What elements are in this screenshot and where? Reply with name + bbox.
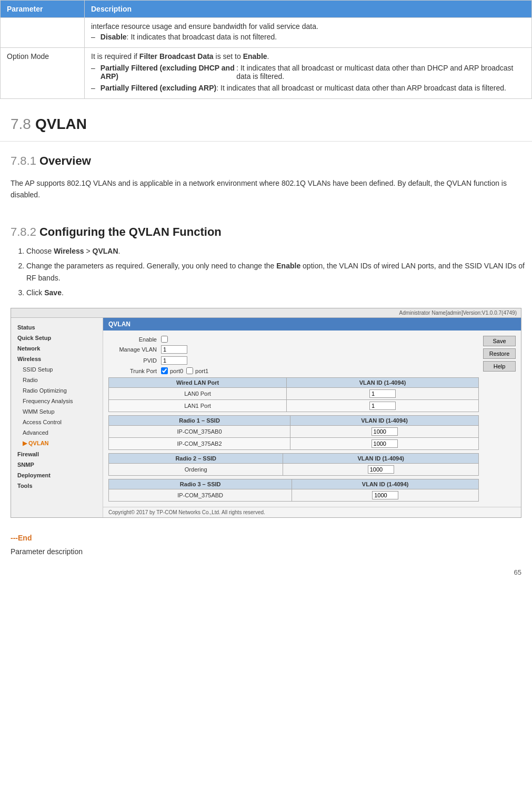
step-3: Click Save.	[26, 287, 532, 298]
table-cell-desc: interface resource usage and ensure band…	[85, 18, 532, 48]
section-781-title: Overview	[39, 154, 91, 167]
section-781-num: 7.8.1	[11, 154, 36, 167]
section-78-heading: 7.8QVLAN	[0, 116, 532, 133]
step-1: Choose Wireless > QVLAN.	[26, 245, 532, 257]
radio3-vlanid-header: VLAN ID (1-4094)	[292, 479, 479, 489]
table-header-parameter: Parameter	[1, 1, 85, 18]
lan0-port-value	[287, 388, 479, 400]
radio1-ssid2-input[interactable]	[372, 439, 398, 448]
table-cell-option-desc: It is required if Filter Broadcast Data …	[85, 48, 532, 99]
table-row: IP-COM_375ABD	[109, 489, 479, 502]
radio2-ssid-header: Radio 2 – SSID	[109, 454, 283, 464]
sidebar-item-freqanalysis[interactable]: Frequency Analysis	[11, 396, 103, 406]
table-row: interface resource usage and ensure band…	[1, 18, 532, 48]
enable-checkbox[interactable]	[161, 336, 168, 343]
lan0-input[interactable]	[369, 389, 396, 398]
radio1-ssid1: IP-COM_375AB0	[109, 426, 290, 438]
radio3-vlan1	[292, 489, 479, 502]
radio3-table: Radio 3 – SSID VLAN ID (1-4094) IP-COM_3…	[108, 479, 479, 502]
sidebar-item-network[interactable]: Network	[11, 343, 103, 354]
partial-filter-dhcp: Partially Filtered (excluding DHCP and A…	[91, 64, 525, 81]
sidebar-item-advanced[interactable]: Advanced	[11, 427, 103, 438]
sidebar-item-radio[interactable]: Radio	[11, 375, 103, 385]
ui-body: Status Quick Setup Network Wireless SSID…	[11, 318, 521, 517]
radio1-table: Radio 1 – SSID VLAN ID (1-4094) IP-COM_3…	[108, 415, 479, 450]
ui-header-bar: Administrator Name[admin]Version:V1.0.0.…	[11, 308, 521, 318]
table-row: LAN1 Port	[109, 400, 479, 412]
section-781-body: The AP supports 802.1Q VLANs and is appl…	[0, 174, 532, 204]
enable-label: Enable	[108, 336, 161, 343]
trunk-port0-label: port0	[170, 368, 183, 374]
table-row: LAN0 Port	[109, 388, 479, 400]
ui-screenshot: Administrator Name[admin]Version:V1.0.0.…	[11, 308, 521, 518]
ui-form-left: Enable Manage VLAN PVID Tr	[108, 336, 479, 502]
pvid-input[interactable]	[161, 356, 187, 365]
bold-term-arp: Partially Filtered (excluding ARP)	[101, 84, 216, 92]
sidebar-item-accesscontrol[interactable]: Access Control	[11, 417, 103, 427]
sidebar-item-quicksetup[interactable]: Quick Setup	[11, 333, 103, 343]
radio3-ssid1: IP-COM_375ABD	[109, 489, 292, 502]
radio1-vlan2	[290, 438, 479, 450]
sidebar-item-status[interactable]: Status	[11, 322, 103, 333]
bold-term: Disable	[101, 33, 127, 41]
parameter-table: Parameter Description interface resource…	[0, 0, 532, 99]
table-row: IP-COM_375AB2	[109, 438, 479, 450]
radio3-ssid1-input[interactable]	[372, 491, 398, 499]
ui-buttons-panel: Save Restore Help	[479, 336, 516, 502]
radio1-ssid2: IP-COM_375AB2	[109, 438, 290, 450]
radio2-ssid1: Ordering	[109, 464, 283, 476]
enable-row: Enable	[108, 336, 479, 343]
trunk-port1-label: port1	[195, 368, 208, 374]
sidebar-item-qvlan[interactable]: ▶ QVLAN	[11, 438, 103, 449]
table-row: Option Mode It is required if Filter Bro…	[1, 48, 532, 99]
steps-list: Choose Wireless > QVLAN. Change the para…	[0, 245, 532, 299]
restore-button[interactable]: Restore	[483, 348, 516, 359]
table-cell-option-mode: Option Mode	[1, 48, 85, 99]
radio2-vlan1	[283, 464, 479, 476]
sidebar-item-wireless[interactable]: Wireless	[11, 354, 103, 364]
table-header-description: Description	[85, 1, 532, 18]
table-row: IP-COM_375AB0	[109, 426, 479, 438]
save-button[interactable]: Save	[483, 336, 516, 346]
radio2-ssid1-input[interactable]	[368, 465, 394, 474]
step-2: Change the parameters as required. Gener…	[26, 260, 532, 284]
ui-header-text: Administrator Name[admin]Version:V1.0.0.…	[399, 310, 517, 316]
desc-dash-item: Disable: It indicates that broadcast dat…	[91, 33, 525, 41]
radio1-ssid-header: Radio 1 – SSID	[109, 416, 290, 426]
trunk-port0-checkbox[interactable]	[161, 367, 168, 374]
sidebar-item-tools[interactable]: Tools	[11, 480, 103, 491]
end-link[interactable]: ---End	[0, 527, 532, 545]
lan1-port-label: LAN1 Port	[109, 400, 287, 412]
lan1-input[interactable]	[369, 402, 396, 410]
page-number: 65	[0, 564, 532, 580]
trunk-port-row: Trunk Port port0 port1	[108, 367, 479, 374]
sidebar-item-wmmsetup[interactable]: WMM Setup	[11, 406, 103, 417]
ui-footer: Copyright© 2017 by TP-COM Networks Co.,L…	[103, 507, 521, 517]
option-intro: It is required if Filter Broadcast Data …	[91, 52, 525, 61]
ui-main: QVLAN Enable Manage VLAN PVID	[103, 318, 521, 517]
radio1-ssid1-input[interactable]	[372, 427, 398, 436]
radio1-vlan1	[290, 426, 479, 438]
sidebar-item-deployment[interactable]: Deployment	[11, 470, 103, 480]
section-782-heading: 7.8.2Configuring the QVLAN Function	[0, 225, 532, 239]
pvid-label: PVID	[108, 357, 161, 364]
section-78-num: 7.8	[11, 116, 31, 132]
help-button[interactable]: Help	[483, 361, 516, 372]
manage-vlan-input[interactable]	[161, 345, 187, 354]
trunk-port1-checkbox[interactable]	[186, 367, 193, 374]
wired-vlan-id-header: VLAN ID (1-4094)	[287, 378, 479, 388]
lan0-port-label: LAN0 Port	[109, 388, 287, 400]
table-cell-param	[1, 18, 85, 48]
param-desc-title: Parameter description	[0, 545, 532, 564]
wired-lan-table: Wired LAN Port VLAN ID (1-4094) LAN0 Por…	[108, 377, 479, 412]
sidebar-item-firewall[interactable]: Firewall	[11, 449, 103, 459]
section-78-title: QVLAN	[35, 116, 87, 132]
divider	[0, 141, 532, 142]
table-row: Ordering	[109, 464, 479, 476]
sidebar-item-ssidsetup[interactable]: SSID Setup	[11, 364, 103, 375]
sidebar-item-snmp[interactable]: SNMP	[11, 459, 103, 470]
lan1-port-value	[287, 400, 479, 412]
ui-form-area: Enable Manage VLAN PVID Tr	[103, 331, 521, 507]
sidebar-item-radioopt[interactable]: Radio Optimizing	[11, 385, 103, 396]
wired-lan-header: Wired LAN Port	[109, 378, 287, 388]
